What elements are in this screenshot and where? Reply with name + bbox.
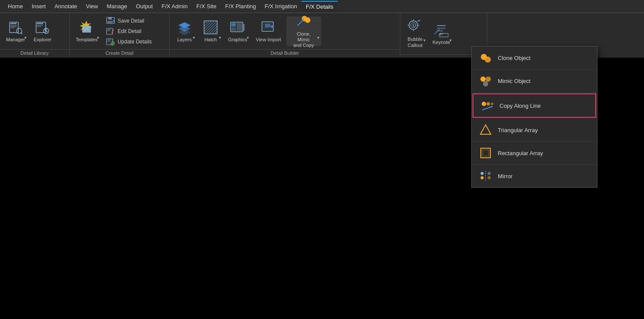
keynote-button[interactable]: -47 Keynote (429, 19, 453, 49)
menu-fx-irrigation[interactable]: F/X Irrigation (260, 1, 301, 11)
explorer-label: Explorer (34, 37, 51, 43)
menu-home[interactable]: Home (3, 1, 27, 11)
svg-rect-18 (108, 17, 112, 20)
svg-point-83 (491, 103, 493, 105)
edit-detail-icon (106, 27, 115, 35)
update-details-button[interactable]: Update Details (103, 37, 155, 47)
edit-detail-label: Edit Detail (117, 28, 141, 34)
graphics-icon (230, 20, 245, 35)
triangular-array-icon (479, 123, 493, 137)
layers-button[interactable]: Layers (172, 17, 197, 46)
svg-rect-88 (483, 150, 489, 156)
rectangular-array-label: Rectangular Array (498, 150, 543, 156)
templates-label: Templates (76, 37, 97, 43)
update-details-label: Update Details (117, 39, 152, 45)
manager-label: Manager (6, 37, 25, 43)
svg-rect-45 (237, 23, 242, 31)
update-details-icon (106, 38, 115, 46)
menu-fx-site[interactable]: F/X Site (192, 1, 221, 11)
view-import-button[interactable]: View Import (252, 17, 285, 46)
create-detail-label: Create Detail (70, 49, 169, 57)
manager-icon (8, 20, 23, 35)
view-import-label: View Import (256, 37, 281, 43)
menu-view[interactable]: View (81, 1, 102, 11)
mirror-item[interactable]: Mirror (472, 165, 597, 187)
svg-point-91 (481, 176, 484, 179)
explorer-button[interactable]: Explorer (30, 17, 55, 46)
svg-rect-1 (10, 23, 17, 24)
svg-line-38 (204, 21, 217, 34)
svg-point-81 (482, 102, 486, 106)
templates-icon (79, 20, 94, 35)
svg-rect-87 (481, 148, 490, 158)
triangular-array-label: Triangular Array (498, 127, 538, 133)
mimic-object-item[interactable]: Mimic Object (472, 70, 597, 93)
ribbon-group-create-detail: Templates Save Detail (70, 13, 170, 57)
edit-detail-button[interactable]: Edit Detail (103, 27, 155, 36)
keynote-label: Keynote (433, 40, 450, 45)
svg-text:①: ① (412, 23, 416, 28)
clone-object-label: Clone Object (498, 55, 530, 61)
clone-mimic-button[interactable]: Clone, Mimic and Copy (286, 17, 321, 46)
detail-builder-label: Detail Builder (170, 49, 400, 57)
svg-point-92 (488, 172, 491, 175)
clone-object-icon (479, 51, 493, 65)
rectangular-array-item[interactable]: Rectangular Array (472, 142, 597, 165)
menu-fx-planting[interactable]: F/X Planting (221, 1, 260, 11)
clone-object-item[interactable]: Clone Object (472, 47, 597, 70)
clone-mimic-dropdown: Clone Object Mimic Object Copy Along (471, 46, 597, 188)
svg-rect-4 (10, 27, 15, 28)
templates-button[interactable]: Templates (72, 17, 101, 46)
manager-button[interactable]: Manager (3, 17, 28, 46)
ribbon-group-detail-builder: Layers (170, 13, 400, 57)
bubble-callout-icon: ① (407, 19, 423, 35)
svg-point-82 (486, 102, 490, 106)
clone-mimic-label: Clone, Mimic and Copy (291, 31, 317, 49)
rectangular-array-icon (479, 146, 493, 160)
graphics-button[interactable]: Graphics (225, 17, 251, 46)
svg-line-39 (207, 23, 217, 34)
hatch-icon (203, 20, 218, 35)
bubble-callout-label: Bubble Callout (408, 37, 423, 48)
hatch-button[interactable]: Hatch (198, 17, 223, 46)
hatch-label: Hatch (205, 37, 217, 43)
menu-output[interactable]: Output (131, 1, 157, 11)
svg-rect-28 (107, 41, 110, 42)
svg-point-90 (481, 172, 484, 175)
triangular-array-item[interactable]: Triangular Array (472, 119, 597, 142)
svg-marker-86 (480, 125, 491, 134)
svg-point-93 (488, 176, 491, 179)
svg-rect-3 (10, 26, 17, 27)
svg-rect-47 (243, 24, 245, 31)
copy-along-line-label: Copy Along Line (500, 103, 541, 109)
svg-point-56 (305, 17, 311, 23)
svg-rect-22 (107, 29, 111, 30)
layers-label: Layers (177, 37, 191, 43)
menu-annotate[interactable]: Annotate (50, 1, 81, 11)
menu-bar: Home Insert Annotate View Manage Output … (0, 0, 644, 13)
svg-line-41 (212, 29, 217, 34)
mirror-icon (479, 169, 493, 183)
svg-rect-49 (263, 23, 272, 30)
svg-point-76 (480, 76, 486, 82)
svg-point-75 (485, 56, 491, 63)
create-detail-small-group: Save Detail Edit Detail (103, 16, 155, 47)
svg-rect-9 (37, 25, 43, 26)
save-detail-button[interactable]: Save Detail (103, 16, 155, 26)
svg-line-34 (204, 21, 207, 23)
svg-line-6 (21, 33, 22, 34)
svg-line-42 (215, 31, 217, 34)
ribbon-group-detail-library: Manager Explorer (0, 13, 70, 57)
copy-along-line-icon (480, 99, 494, 113)
save-detail-label: Save Detail (117, 18, 144, 24)
copy-along-line-item[interactable]: Copy Along Line (473, 93, 596, 118)
menu-manage[interactable]: Manage (102, 1, 131, 11)
svg-rect-27 (107, 40, 111, 40)
menu-insert[interactable]: Insert (27, 1, 50, 11)
svg-rect-16 (82, 26, 91, 33)
svg-rect-23 (107, 30, 110, 31)
menu-fx-admin[interactable]: F/X Admin (157, 1, 192, 11)
svg-line-35 (204, 21, 209, 26)
bubble-callout-button[interactable]: ① Bubble Callout (403, 19, 427, 49)
menu-fx-details[interactable]: F/X Details (302, 1, 338, 12)
